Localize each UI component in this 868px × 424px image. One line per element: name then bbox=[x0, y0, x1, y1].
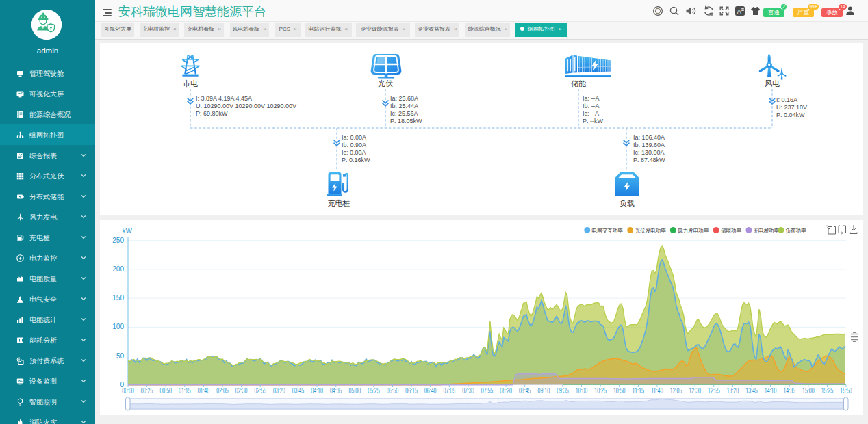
svg-text:05:25: 05:25 bbox=[368, 387, 380, 395]
svg-text:02:30: 02:30 bbox=[235, 387, 248, 395]
svg-text:光伏发电功率: 光伏发电功率 bbox=[635, 228, 667, 234]
svg-text:06:15: 06:15 bbox=[405, 387, 418, 395]
svg-text:04:10: 04:10 bbox=[311, 387, 323, 395]
svg-text:08:45: 08:45 bbox=[519, 387, 531, 395]
svg-text:05:00: 05:00 bbox=[349, 387, 361, 395]
svg-text:00:00: 00:00 bbox=[122, 387, 134, 395]
svg-text:100: 100 bbox=[112, 323, 124, 330]
svg-text:15:50: 15:50 bbox=[840, 387, 852, 395]
svg-text:08:20: 08:20 bbox=[500, 387, 512, 395]
svg-text:09:35: 09:35 bbox=[557, 387, 569, 395]
svg-text:07:30: 07:30 bbox=[462, 387, 474, 395]
svg-text:负荷功率: 负荷功率 bbox=[785, 228, 806, 234]
svg-text:12:05: 12:05 bbox=[670, 387, 682, 395]
svg-text:储能功率: 储能功率 bbox=[721, 228, 741, 234]
svg-text:200: 200 bbox=[112, 265, 124, 273]
svg-text:00:50: 00:50 bbox=[159, 387, 172, 395]
svg-text:250: 250 bbox=[112, 237, 124, 244]
svg-text:15:25: 15:25 bbox=[821, 387, 834, 395]
svg-text:01:40: 01:40 bbox=[198, 387, 210, 395]
svg-text:150: 150 bbox=[112, 294, 124, 302]
svg-text:13:45: 13:45 bbox=[745, 387, 758, 395]
svg-text:00:25: 00:25 bbox=[141, 387, 153, 395]
svg-text:07:55: 07:55 bbox=[481, 387, 494, 395]
svg-text:50: 50 bbox=[116, 352, 125, 360]
svg-text:13:20: 13:20 bbox=[727, 387, 739, 395]
svg-text:09:10: 09:10 bbox=[538, 387, 550, 395]
svg-text:10:00: 10:00 bbox=[576, 387, 588, 395]
svg-text:02:05: 02:05 bbox=[216, 387, 229, 395]
svg-text:03:45: 03:45 bbox=[292, 387, 305, 395]
svg-text:15:00: 15:00 bbox=[802, 387, 815, 395]
svg-text:kW: kW bbox=[123, 227, 133, 235]
svg-text:01:15: 01:15 bbox=[179, 387, 191, 395]
svg-text:风力发电功率: 风力发电功率 bbox=[678, 228, 709, 234]
svg-text:03:20: 03:20 bbox=[273, 387, 285, 395]
svg-text:14:10: 14:10 bbox=[765, 387, 777, 395]
svg-text:11:40: 11:40 bbox=[651, 387, 663, 395]
svg-text:A: A bbox=[737, 8, 742, 15]
svg-text:12:30: 12:30 bbox=[689, 387, 701, 395]
svg-text:04:35: 04:35 bbox=[330, 387, 342, 395]
svg-text:02:55: 02:55 bbox=[254, 387, 266, 395]
svg-text:电网交互功率: 电网交互功率 bbox=[592, 227, 624, 234]
svg-text:05:50: 05:50 bbox=[387, 387, 399, 395]
svg-text:06:40: 06:40 bbox=[424, 387, 437, 395]
svg-text:充电桩功率: 充电桩功率 bbox=[754, 228, 780, 234]
svg-text:14:35: 14:35 bbox=[783, 387, 795, 395]
svg-text:10:50: 10:50 bbox=[613, 387, 626, 395]
svg-text:10:25: 10:25 bbox=[594, 387, 607, 395]
svg-text:12:55: 12:55 bbox=[708, 387, 720, 395]
svg-text:11:15: 11:15 bbox=[633, 387, 645, 395]
svg-text:07:05: 07:05 bbox=[444, 387, 456, 395]
